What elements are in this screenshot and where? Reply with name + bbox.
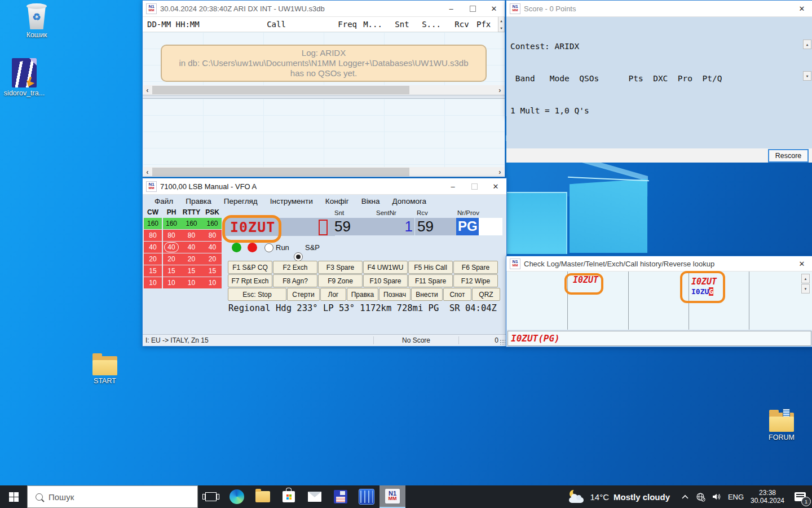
desktop-icon-sidorov-file[interactable]: sidorov_tra... bbox=[0, 58, 50, 97]
rescore-button[interactable]: Rescore bbox=[768, 149, 809, 163]
fkey-f2[interactable]: F2 Exch bbox=[273, 261, 317, 274]
check-vscrollbar[interactable]: ▲ ▼ bbox=[801, 274, 810, 294]
close-icon[interactable]: ✕ bbox=[791, 256, 812, 271]
band-button[interactable]: 80 bbox=[144, 230, 162, 241]
menu-edit[interactable]: Правка bbox=[179, 197, 218, 205]
edit-button[interactable]: Правка bbox=[347, 288, 378, 301]
nrprov-input[interactable]: PG bbox=[456, 218, 502, 235]
taskbar-mail[interactable] bbox=[302, 485, 328, 508]
qrz-button[interactable]: QRZ bbox=[472, 288, 500, 301]
language-indicator[interactable]: ENG bbox=[725, 485, 747, 508]
desktop-icon-start-folder[interactable]: START bbox=[81, 356, 129, 385]
band-button[interactable]: 80 bbox=[203, 230, 222, 241]
band-button[interactable]: 20 bbox=[144, 253, 162, 265]
fkey-f1[interactable]: F1 S&P CQ bbox=[228, 261, 272, 274]
taskbar-floppy-app[interactable] bbox=[328, 485, 354, 508]
band-button[interactable]: 160 bbox=[144, 218, 162, 229]
sentnr-input[interactable]: 1 bbox=[374, 218, 414, 235]
start-button[interactable] bbox=[0, 485, 27, 508]
col-pfx[interactable]: Pfx bbox=[476, 20, 498, 29]
snt-input[interactable]: 59 bbox=[332, 218, 374, 235]
task-view-button[interactable] bbox=[198, 485, 224, 508]
band-button[interactable]: 80 bbox=[180, 230, 203, 241]
scroll-up-icon[interactable]: ▲ bbox=[801, 274, 810, 283]
run-radio[interactable] bbox=[264, 243, 273, 252]
log-grid-top[interactable]: Log: ARIDX in db: C:\Users\uw1wu\Documen… bbox=[143, 32, 505, 85]
menu-windows[interactable]: Вікна bbox=[355, 197, 386, 205]
store-button[interactable]: Внести bbox=[411, 288, 443, 301]
scroll-left-icon[interactable]: ‹ bbox=[143, 85, 152, 95]
band-button-selected[interactable]: 40 bbox=[163, 242, 180, 253]
log-grid-bottom[interactable] bbox=[143, 99, 505, 167]
band-button[interactable]: 10 bbox=[163, 277, 180, 288]
fkey-f4[interactable]: F4 UW1WU bbox=[363, 261, 408, 274]
log-top-hscrollbar[interactable]: ‹ › bbox=[143, 85, 505, 95]
band-button[interactable]: 15 bbox=[180, 265, 203, 277]
col-datetime[interactable]: DD-MM HH:MM bbox=[143, 20, 232, 29]
resize-grip[interactable] bbox=[500, 339, 505, 345]
desktop-icon-forum-folder[interactable]: FORUM bbox=[757, 413, 806, 441]
fkey-f11[interactable]: F11 Spare bbox=[408, 274, 453, 287]
band-button[interactable]: 160 bbox=[163, 218, 180, 229]
band-button[interactable]: 15 bbox=[203, 265, 222, 277]
scroll-right-icon[interactable]: › bbox=[495, 85, 505, 95]
notification-center-button[interactable]: 1 bbox=[788, 485, 812, 508]
minimize-icon[interactable]: – bbox=[442, 178, 464, 194]
spinner-up-icon[interactable]: ▲ bbox=[498, 17, 504, 24]
band-button[interactable]: 40 bbox=[180, 242, 203, 253]
spot-button[interactable]: Спот bbox=[443, 288, 471, 301]
band-button[interactable]: 10 bbox=[180, 277, 203, 288]
desktop-icon-recycle-bin[interactable]: ♻ Кошик bbox=[12, 3, 61, 39]
close-icon[interactable]: ✕ bbox=[791, 1, 812, 16]
menu-config[interactable]: Конфіг bbox=[319, 197, 355, 205]
col-snt[interactable]: Snt bbox=[389, 20, 416, 29]
score-window-titlebar[interactable]: N1MM Score - 0 Points ✕ bbox=[506, 1, 812, 17]
col-rcv[interactable]: Rcv bbox=[447, 20, 476, 29]
band-button[interactable]: 10 bbox=[203, 277, 222, 288]
col-mode[interactable]: M... bbox=[357, 20, 389, 29]
taskbar-explorer[interactable] bbox=[250, 485, 276, 508]
menu-file[interactable]: Файл bbox=[148, 197, 179, 205]
score-vscrollbar[interactable]: ▲ ▼ bbox=[803, 18, 811, 103]
menu-view[interactable]: Перегляд bbox=[218, 197, 264, 205]
maximize-icon[interactable] bbox=[462, 1, 483, 16]
taskbar-edge[interactable] bbox=[224, 485, 250, 508]
menu-help[interactable]: Допомога bbox=[386, 197, 433, 205]
scroll-left-icon[interactable]: ‹ bbox=[143, 167, 152, 177]
log-button[interactable]: Лог bbox=[320, 288, 346, 301]
band-button[interactable]: 80 bbox=[163, 230, 180, 241]
taskbar-blue-app[interactable] bbox=[354, 485, 379, 508]
close-icon[interactable]: ✕ bbox=[485, 178, 506, 194]
fkey-f6[interactable]: F6 Spare bbox=[453, 261, 498, 274]
close-icon[interactable]: ✕ bbox=[483, 1, 505, 16]
fkey-f8[interactable]: F8 Agn? bbox=[273, 274, 317, 287]
taskbar-n1mm-active[interactable]: N1MM bbox=[379, 485, 405, 508]
band-button[interactable]: 20 bbox=[180, 253, 203, 265]
log-splitter[interactable] bbox=[143, 95, 505, 99]
log-bottom-hscrollbar[interactable]: ‹ › bbox=[143, 167, 505, 177]
band-button[interactable]: 40 bbox=[144, 242, 162, 253]
scroll-down-icon[interactable]: ▼ bbox=[801, 284, 810, 294]
scroll-down-icon[interactable]: ▼ bbox=[803, 71, 811, 81]
menu-tools[interactable]: Інструменти bbox=[264, 197, 319, 205]
fkey-f10[interactable]: F10 Spare bbox=[363, 274, 408, 287]
wipe-button[interactable]: Стерти bbox=[287, 288, 320, 301]
check-window-titlebar[interactable]: N1MM Check Log/Master/Telnet/Exch/Call h… bbox=[506, 256, 812, 271]
scrollbar-thumb[interactable] bbox=[152, 86, 409, 94]
taskbar-search[interactable]: Пошук bbox=[27, 485, 198, 508]
scroll-up-icon[interactable]: ▲ bbox=[803, 40, 811, 49]
esc-stop-button[interactable]: Esc: Stop bbox=[228, 288, 286, 301]
col-call[interactable]: Call bbox=[232, 20, 321, 29]
fkey-f3[interactable]: F3 Spare bbox=[318, 261, 363, 274]
band-button[interactable]: 160 bbox=[203, 218, 222, 229]
volume-tray-icon[interactable] bbox=[708, 485, 725, 508]
spinner-down-icon[interactable]: ▼ bbox=[498, 24, 504, 32]
rcv-input[interactable]: 59 bbox=[415, 218, 456, 235]
band-button[interactable]: 15 bbox=[144, 265, 162, 277]
clock[interactable]: 23:38 30.04.2024 bbox=[747, 485, 788, 508]
fkey-f5[interactable]: F5 His Call bbox=[408, 261, 453, 274]
fkey-f9[interactable]: F9 Zone bbox=[318, 274, 363, 287]
fkey-f7[interactable]: F7 Rpt Exch bbox=[228, 274, 272, 287]
network-tray-icon[interactable] bbox=[692, 485, 708, 508]
mark-button[interactable]: Познач bbox=[379, 288, 411, 301]
